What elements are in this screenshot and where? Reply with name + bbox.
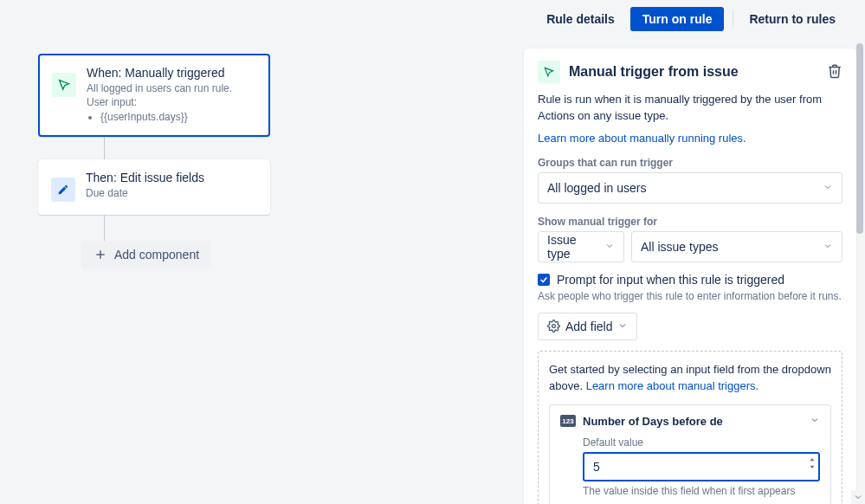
- number-stepper[interactable]: [808, 456, 817, 470]
- learn-more-link[interactable]: Learn more about manually running rules.: [538, 132, 842, 145]
- cursor-icon: [538, 61, 560, 83]
- chevron-down-icon: [604, 240, 615, 254]
- input-field-card: 123 Number of Days before de Default val…: [549, 404, 831, 504]
- turn-on-rule-button[interactable]: Turn on rule: [630, 7, 725, 31]
- input-field-name: Number of Days before de: [583, 415, 723, 428]
- action-node[interactable]: Then: Edit issue fields Due date: [38, 159, 270, 215]
- default-value-help: The value inside this field when it firs…: [583, 485, 820, 497]
- check-icon: [539, 275, 548, 284]
- trash-icon: [827, 63, 842, 79]
- action-node-subtitle: Due date: [86, 186, 257, 200]
- add-component-label: Add component: [114, 248, 199, 262]
- return-to-rules-button[interactable]: Return to rules: [742, 7, 842, 31]
- panel-title: Manual trigger from issue: [569, 64, 739, 80]
- show-for-label: Show manual trigger for: [538, 216, 842, 228]
- add-field-label: Add field: [565, 320, 612, 333]
- chevron-down-icon: [823, 240, 833, 254]
- svg-marker-4: [810, 466, 814, 468]
- chevron-down-icon: [853, 492, 863, 502]
- input-field-expand-toggle[interactable]: 123 Number of Days before de: [560, 414, 820, 428]
- groups-label: Groups that can run trigger: [538, 157, 842, 169]
- trigger-node[interactable]: When: Manually triggered All logged in u…: [38, 54, 270, 137]
- top-toolbar: Rule details Turn on rule Return to rule…: [0, 0, 865, 35]
- chevron-up-icon: [808, 456, 817, 463]
- show-for-value-select[interactable]: All issue types: [631, 231, 842, 262]
- prompt-input-label: Prompt for input when this rule is trigg…: [557, 273, 784, 287]
- prompt-input-help: Ask people who trigger this rule to ente…: [538, 290, 842, 302]
- svg-marker-3: [810, 458, 814, 461]
- rule-details-button[interactable]: Rule details: [539, 7, 622, 31]
- cfg-intro-link[interactable]: Learn more about manual triggers.: [586, 379, 758, 392]
- default-value-input[interactable]: [583, 452, 820, 481]
- add-field-button[interactable]: Add field: [538, 313, 637, 340]
- trigger-node-title: When: Manually triggered: [87, 66, 256, 80]
- chevron-down-icon: [810, 414, 820, 428]
- groups-select-value: All logged in users: [547, 181, 646, 195]
- show-for-kind-value: Issue type: [547, 233, 596, 261]
- plus-icon: [94, 248, 107, 262]
- connector-line: [104, 215, 105, 241]
- chevron-down-icon: [823, 181, 833, 195]
- pencil-icon: [51, 178, 75, 202]
- page-scroll-down-button[interactable]: [851, 490, 865, 504]
- trigger-node-subtitle: All logged in users can run rule.: [87, 81, 256, 95]
- groups-select[interactable]: All logged in users: [538, 172, 842, 204]
- gear-icon: [547, 320, 560, 333]
- connector-line: [104, 137, 105, 159]
- trigger-config-panel: Manual trigger from issue Rule is run wh…: [524, 48, 856, 504]
- svg-point-2: [552, 325, 556, 328]
- trigger-node-userinput-item: {{userInputs.days}}: [100, 111, 256, 123]
- show-for-value-text: All issue types: [641, 240, 718, 254]
- trigger-node-userinput-label: User input:: [87, 95, 256, 109]
- toolbar-separator: [733, 10, 733, 28]
- chevron-down-icon: [617, 320, 628, 333]
- delete-trigger-button[interactable]: [827, 63, 842, 81]
- number-type-icon: 123: [560, 415, 576, 427]
- show-for-kind-select[interactable]: Issue type: [538, 231, 624, 262]
- panel-description: Rule is run when it is manually triggere…: [538, 92, 842, 125]
- cursor-icon: [52, 73, 76, 97]
- rule-canvas: When: Manually triggered All logged in u…: [0, 35, 524, 504]
- input-fields-config: Get started by selecting an input field …: [538, 351, 842, 504]
- cfg-intro: Get started by selecting an input field …: [549, 362, 831, 395]
- default-value-label: Default value: [583, 436, 820, 449]
- page-scrollbar-thumb[interactable]: [856, 43, 863, 234]
- action-node-title: Then: Edit issue fields: [86, 171, 257, 184]
- prompt-input-checkbox[interactable]: [538, 274, 550, 286]
- chevron-down-icon: [808, 463, 817, 470]
- add-component-button[interactable]: Add component: [81, 241, 211, 268]
